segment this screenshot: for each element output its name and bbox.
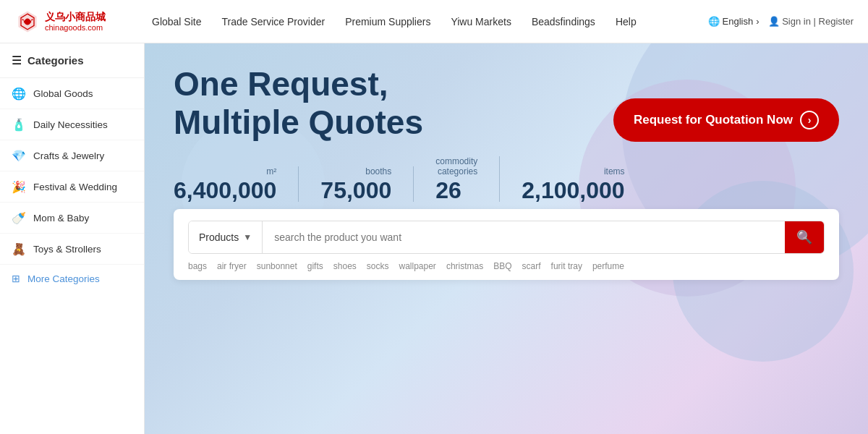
nav-premium-suppliers[interactable]: Premium Suppliers [345, 16, 430, 27]
header-right: 🌐 English › 👤 Sign in | Register [708, 16, 854, 27]
sidebar-item-mom-baby[interactable]: 🍼 Mom & Baby [0, 203, 144, 234]
stat-booths-label: booths [365, 166, 391, 176]
lang-chevron-icon: › [756, 16, 759, 27]
sidebar-item-label-daily: Daily Necessities [33, 119, 108, 130]
rfq-arrow-icon: › [800, 111, 819, 129]
sidebar-item-crafts-jewelry[interactable]: 💎 Crafts & Jewelry [0, 140, 144, 171]
search-input[interactable] [263, 221, 785, 253]
globe-icon: 🌐 [708, 16, 720, 27]
stat-categories-label: commodity categories [435, 156, 477, 177]
stat-categories-number: 26 [435, 179, 461, 202]
toys-strollers-icon: 🧸 [12, 242, 26, 256]
logo-icon [14, 9, 41, 35]
hero-section: One Request, Multiple Quotes Request for… [145, 43, 868, 434]
sidebar-item-festival-wedding[interactable]: 🎉 Festival & Wedding [0, 171, 144, 203]
stat-categories: commodity categories 26 [435, 156, 500, 202]
search-tags: bags air fryer sunbonnet gifts shoes soc… [188, 261, 825, 271]
logo-chinese: 义乌小商品城 [45, 11, 106, 23]
logo[interactable]: 义乌小商品城 chinagoods.com [14, 9, 130, 35]
nav-beadsfindings[interactable]: Beadsfindings [532, 16, 595, 27]
stat-booths-number: 75,000 [320, 179, 391, 202]
stats-row: m² 6,400,000 booths 75,000 commodity cat… [145, 156, 868, 202]
lang-label: English [723, 16, 754, 27]
stat-items-label: items [604, 166, 625, 176]
mom-baby-icon: 🍼 [12, 210, 26, 225]
nav-yiwu-markets[interactable]: Yiwu Markets [451, 16, 511, 27]
search-tag-sunbonnet[interactable]: sunbonnet [257, 261, 297, 271]
more-categories-link[interactable]: ⊞ More Categories [0, 265, 144, 292]
stat-items: items 2,100,000 [522, 166, 646, 201]
sidebar-item-label-crafts: Crafts & Jewelry [33, 150, 104, 161]
more-categories-label: More Categories [27, 273, 100, 284]
search-tag-furit-tray[interactable]: furit tray [551, 261, 582, 271]
search-dropdown-label: Products [199, 231, 239, 243]
register-link[interactable]: Register [819, 16, 854, 27]
rfq-button-label: Request for Quotation Now [634, 113, 793, 127]
stat-area: m² 6,400,000 [174, 166, 299, 201]
search-tag-shoes[interactable]: shoes [333, 261, 357, 271]
search-icon: 🔍 [796, 229, 812, 245]
sidebar-item-global-goods[interactable]: 🌐 Global Goods [0, 78, 144, 109]
sidebar-item-toys-strollers[interactable]: 🧸 Toys & Strollers [0, 234, 144, 265]
nav-trade-service[interactable]: Trade Service Provider [221, 16, 325, 27]
logo-english: chinagoods.com [45, 23, 106, 32]
hero-title-line1: One Request, [174, 65, 839, 103]
sidebar-item-label-toys: Toys & Strollers [33, 244, 101, 255]
rfq-button[interactable]: Request for Quotation Now › [613, 98, 839, 142]
search-tag-perfume[interactable]: perfume [592, 261, 624, 271]
sidebar-item-label-mom-baby: Mom & Baby [33, 213, 89, 224]
search-button[interactable]: 🔍 [785, 221, 824, 253]
stat-items-number: 2,100,000 [522, 179, 624, 202]
crafts-jewelry-icon: 💎 [12, 148, 26, 163]
search-box: Products ▼ 🔍 bags air fryer sunbonnet gi… [174, 209, 839, 280]
stat-area-label: m² [266, 166, 276, 176]
language-selector[interactable]: 🌐 English › [708, 16, 760, 27]
search-tag-bbq[interactable]: BBQ [493, 261, 511, 271]
search-tag-christmas[interactable]: christmas [446, 261, 483, 271]
daily-necessities-icon: 🧴 [12, 117, 26, 132]
auth-links: 👤 Sign in | Register [768, 16, 854, 27]
sidebar-item-label-festival: Festival & Wedding [33, 182, 117, 192]
main-layout: ☰ Categories 🌐 Global Goods 🧴 Daily Nece… [0, 43, 868, 434]
search-tag-socks[interactable]: socks [367, 261, 389, 271]
search-dropdown[interactable]: Products ▼ [189, 221, 263, 253]
sidebar-item-daily-necessities[interactable]: 🧴 Daily Necessities [0, 109, 144, 140]
search-tag-airfryer[interactable]: air fryer [217, 261, 247, 271]
sidebar: ☰ Categories 🌐 Global Goods 🧴 Daily Nece… [0, 43, 145, 434]
nav-global-site[interactable]: Global Site [152, 16, 201, 27]
auth-separator: | [814, 16, 819, 27]
sidebar-item-label-global-goods: Global Goods [33, 88, 93, 99]
main-nav: Global Site Trade Service Provider Premi… [152, 16, 686, 27]
search-tag-gifts[interactable]: gifts [307, 261, 323, 271]
search-tag-scarf[interactable]: scarf [522, 261, 541, 271]
stat-area-number: 6,400,000 [174, 179, 276, 202]
sidebar-title: Categories [27, 54, 84, 67]
search-row: Products ▼ 🔍 [188, 221, 825, 254]
nav-help[interactable]: Help [616, 16, 637, 27]
more-categories-icon: ⊞ [12, 273, 20, 284]
sign-in-link[interactable]: Sign in [782, 16, 811, 27]
global-goods-icon: 🌐 [12, 86, 26, 101]
dropdown-chevron-icon: ▼ [243, 232, 252, 242]
header: 义乌小商品城 chinagoods.com Global Site Trade … [0, 0, 868, 43]
search-tag-bags[interactable]: bags [188, 261, 207, 271]
hero-content: One Request, Multiple Quotes Request for… [145, 43, 868, 156]
user-icon: 👤 [768, 16, 780, 27]
stat-booths: booths 75,000 [320, 166, 414, 201]
search-tag-wallpaper[interactable]: wallpaper [399, 261, 436, 271]
categories-icon: ☰ [12, 54, 22, 67]
festival-wedding-icon: 🎉 [12, 179, 26, 194]
sidebar-header: ☰ Categories [0, 43, 144, 78]
